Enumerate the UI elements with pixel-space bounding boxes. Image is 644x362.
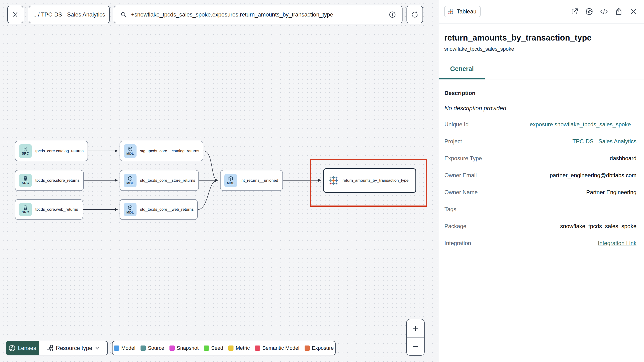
description-label: Description [444,90,636,96]
field-row-project: Project TPC-DS - Sales Analytics [444,133,636,150]
database-icon [23,147,28,151]
database-icon [23,205,28,210]
node-source-web-returns[interactable]: SRC tpcds_core.web_returns [15,199,83,220]
resource-type-dropdown[interactable]: Resource type [39,341,108,355]
field-row-owner-email: Owner Email partner_engineering@dbtlabs.… [444,167,636,184]
package-subtitle: snowflake_tpcds_sales_spoke [439,46,644,52]
legend-item-exposure: Exposure [304,345,334,351]
details-panel-header: Tableau [439,0,644,24]
exposure-swatch [304,345,310,351]
org-chart-icon [46,345,53,351]
exposure-type-value: dashboard [610,155,636,162]
legend-item-model: Model [114,345,135,351]
owner-name-value: Partner Engineering [586,189,636,196]
legend-item-source: Source [140,345,164,351]
details-panel: Tableau [439,0,644,362]
compass-icon[interactable] [585,8,593,16]
field-row-tags: Tags [444,201,636,218]
close-panel-icon[interactable] [630,8,638,16]
legend-item-metric: Metric [228,345,250,351]
node-model-stg-web-returns[interactable]: MDL stg_tpcds_core__web_returns [120,199,198,220]
refresh-icon [411,11,419,19]
legend-item-seed: Seed [204,345,223,351]
owner-email-value: partner_engineering@dbtlabs.com [550,172,636,179]
node-model-stg-catalog-returns[interactable]: MDL stg_tpcds_core__catalog_returns [120,141,203,161]
zoom-controls: + − [406,319,425,356]
panel-actions [570,8,638,16]
seed-swatch [204,345,209,351]
resource-legend: Model Source Snapshot Seed Metric Semant… [112,341,336,355]
tableau-icon [328,175,339,186]
tableau-badge-label: Tableau [457,8,476,15]
field-row-exposure-type: Exposure Type dashboard [444,150,636,167]
lenses-control: Lenses Resource type [6,341,108,355]
model-badge: MDL [124,174,136,187]
tableau-source-badge[interactable]: Tableau [444,6,481,17]
lenses-label: Lenses [18,345,36,351]
semantic-model-swatch [255,345,260,351]
tab-general[interactable]: General [439,65,485,79]
info-icon[interactable] [389,11,396,18]
node-source-catalog-returns[interactable]: SRC tpcds_core.catalog_returns [15,141,88,161]
package-value: snowflake_tpcds_sales_spoke [560,223,636,230]
page-title: return_amounts_by_transaction_type [439,33,644,42]
breadcrumb[interactable]: .. / TPC-DS - Sales Analytics [29,6,110,23]
resource-type-label: Resource type [56,345,92,351]
cube-icon [128,146,133,151]
source-badge: SRC [19,174,32,187]
integration-link[interactable]: Integration Link [598,240,636,247]
field-row-integration: Integration Integration Link [444,235,636,252]
field-row-unique-id: Unique Id exposure.snowflake_tpcds_sales… [444,116,636,133]
database-icon [23,176,28,181]
source-badge: SRC [19,144,32,158]
breadcrumb-label: .. / TPC-DS - Sales Analytics [34,11,105,18]
panel-body: Description No description provided. Uni… [439,90,644,252]
code-icon[interactable] [600,8,608,16]
source-swatch [140,345,146,351]
model-badge: MDL [124,144,136,158]
chevron-down-icon [95,346,100,350]
refresh-lineage-button[interactable] [406,6,423,23]
panel-tabs: General [439,65,644,79]
node-model-int-returns-unioned[interactable]: MDL int_returns__unioned [220,170,283,191]
field-row-package: Package snowflake_tpcds_sales_spoke [444,218,636,235]
node-source-store-returns[interactable]: SRC tpcds_core.store_returns [15,170,84,191]
lineage-canvas[interactable]: .. / TPC-DS - Sales Analytics [0,0,439,362]
model-swatch [114,345,119,351]
snapshot-swatch [170,345,175,351]
node-model-stg-store-returns[interactable]: MDL stg_tpcds_core__store_returns [120,170,199,191]
lenses-button[interactable]: Lenses [6,341,39,355]
model-badge: MDL [124,203,136,216]
tableau-icon [448,9,454,15]
zoom-in-button[interactable]: + [407,319,424,337]
lineage-search[interactable] [114,6,402,23]
dbt-explorer-lineage-view: .. / TPC-DS - Sales Analytics [0,0,644,362]
detail-fields: Unique Id exposure.snowflake_tpcds_sales… [444,116,636,252]
cube-icon [128,176,133,181]
search-input[interactable] [131,11,384,18]
description-value: No description provided. [444,105,636,112]
close-lineage-button[interactable] [7,6,23,23]
project-link[interactable]: TPC-DS - Sales Analytics [572,138,636,145]
legend-item-snapshot: Snapshot [170,345,199,351]
unique-id-link[interactable]: exposure.snowflake_tpcds_sales_spoke… [530,121,636,128]
field-row-owner-name: Owner Name Partner Engineering [444,184,636,201]
external-link-icon[interactable] [570,8,578,16]
node-exposure-return-amounts[interactable]: return_amounts_by_transaction_type [323,168,416,193]
metric-swatch [228,345,234,351]
share-icon[interactable] [615,8,623,16]
source-badge: SRC [19,203,32,216]
cube-icon [128,205,133,210]
cube-icon [228,176,233,181]
search-icon [120,11,127,18]
aperture-icon [8,344,16,352]
legend-item-semantic-model: Semantic Model [255,345,300,351]
model-badge: MDL [224,174,237,187]
zoom-out-button[interactable]: − [407,337,424,355]
close-icon [12,11,19,18]
